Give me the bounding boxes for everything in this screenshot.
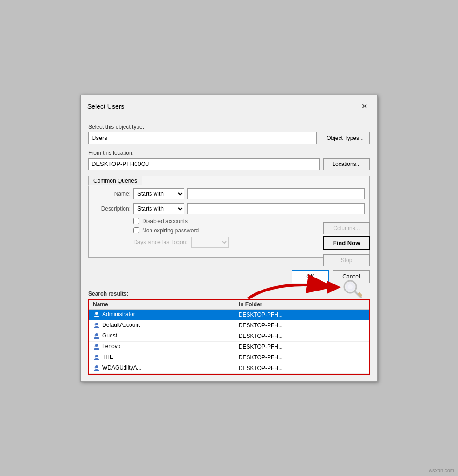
name-query-row: Name: Starts with Is exactly Ends with: [93, 188, 365, 199]
object-type-group: Select this object type: Object Types...: [88, 124, 370, 144]
svg-point-14: [95, 345, 96, 347]
magnifier-icon-container: [341, 278, 363, 301]
results-table: Name In Folder Administrator DESKTOP-PFH…: [89, 300, 369, 374]
col-folder-header[interactable]: In Folder: [235, 300, 369, 310]
magnifier-icon: [341, 278, 363, 300]
row-folder: DESKTOP-PFH...: [235, 341, 369, 352]
find-now-button[interactable]: Find Now: [323, 236, 370, 250]
dialog-body: Select this object type: Object Types...…: [81, 117, 377, 268]
table-row[interactable]: Lenovo DESKTOP-PFH...: [89, 341, 369, 352]
svg-rect-4: [357, 292, 362, 297]
row-name: Lenovo: [89, 341, 235, 352]
row-name: Guest: [89, 331, 235, 341]
svg-point-8: [95, 313, 96, 315]
table-row[interactable]: Administrator DESKTOP-PFH...: [89, 309, 369, 320]
row-name: Administrator: [89, 309, 235, 320]
days-since-select: [191, 237, 229, 248]
table-row[interactable]: THE DESKTOP-PFH...: [89, 352, 369, 363]
object-types-button[interactable]: Object Types...: [321, 132, 370, 144]
row-folder: DESKTOP-PFH...: [235, 352, 369, 363]
bottom-buttons: OK Cancel: [81, 268, 377, 288]
find-now-btn-container: Find Now: [323, 236, 370, 250]
row-folder: DESKTOP-PFH...: [235, 363, 369, 373]
svg-point-10: [95, 324, 96, 325]
object-type-input[interactable]: [88, 132, 317, 144]
svg-point-12: [95, 335, 96, 336]
columns-btn-container: Columns...: [323, 222, 370, 234]
close-button[interactable]: ✕: [358, 100, 371, 113]
ok-button[interactable]: OK: [292, 270, 329, 283]
common-queries-tab: Common Queries: [88, 176, 142, 186]
results-table-container: Name In Folder Administrator DESKTOP-PFH…: [88, 299, 370, 375]
description-query-label: Description:: [93, 205, 131, 212]
svg-point-16: [95, 356, 96, 357]
description-query-row: Description: Starts with Is exactly Ends…: [93, 203, 365, 214]
svg-point-3: [348, 284, 353, 289]
disabled-accounts-label: Disabled accounts: [142, 218, 188, 225]
columns-button: Columns...: [323, 222, 370, 234]
table-row[interactable]: DefaultAccount DESKTOP-PFH...: [89, 320, 369, 331]
name-query-input[interactable]: [187, 188, 365, 199]
select-users-dialog: Select Users ✕ Select this object type: …: [80, 95, 378, 382]
locations-button[interactable]: Locations...: [323, 158, 370, 170]
col-name-header[interactable]: Name: [89, 300, 235, 310]
non-expiring-checkbox[interactable]: [133, 227, 139, 233]
stop-button: Stop: [323, 254, 370, 266]
row-folder: DESKTOP-PFH...: [235, 331, 369, 341]
svg-point-18: [95, 367, 96, 368]
title-bar: Select Users ✕: [81, 95, 377, 117]
row-folder: DESKTOP-PFH...: [235, 309, 369, 320]
object-type-label: Select this object type:: [88, 124, 370, 130]
stop-btn-container: Stop: [323, 254, 370, 266]
location-label: From this location:: [88, 150, 370, 156]
non-expiring-label: Non expiring password: [142, 227, 199, 234]
row-name: DefaultAccount: [89, 320, 235, 331]
results-tbody: Administrator DESKTOP-PFH... DefaultAcco…: [89, 309, 369, 373]
row-folder: DESKTOP-PFH...: [235, 320, 369, 331]
days-since-label: Days since last logon:: [133, 239, 188, 245]
results-table-header: Name In Folder: [89, 300, 369, 310]
description-query-input[interactable]: [187, 203, 365, 214]
description-condition-select[interactable]: Starts with Is exactly Ends with: [133, 203, 184, 214]
name-query-label: Name:: [93, 191, 131, 197]
table-row[interactable]: WDAGUtilityA... DESKTOP-PFH...: [89, 363, 369, 373]
table-row[interactable]: Guest DESKTOP-PFH...: [89, 331, 369, 341]
disabled-accounts-checkbox[interactable]: [133, 218, 139, 224]
row-name: WDAGUtilityA...: [89, 363, 235, 373]
name-condition-select[interactable]: Starts with Is exactly Ends with: [133, 188, 184, 199]
watermark: wsxdn.com: [429, 468, 454, 473]
object-type-row: Object Types...: [88, 132, 370, 144]
location-row: Locations...: [88, 158, 370, 170]
row-name: THE: [89, 352, 235, 363]
search-results-label: Search results:: [81, 288, 377, 299]
location-input[interactable]: [88, 158, 320, 170]
location-group: From this location: Locations...: [88, 150, 370, 170]
dialog-title: Select Users: [87, 103, 124, 110]
